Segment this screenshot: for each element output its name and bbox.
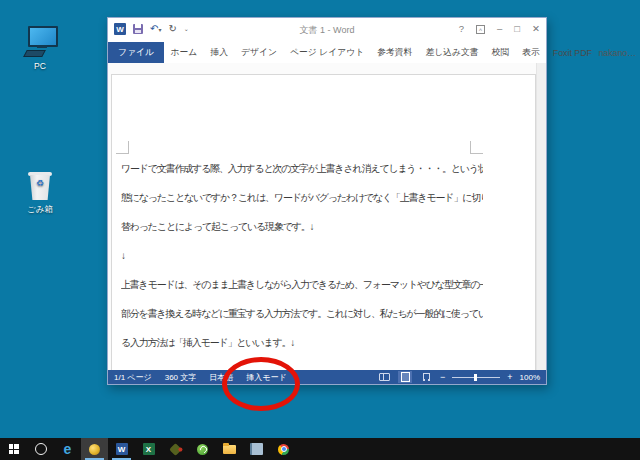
word-window: W ↶▾ ↻ ⌄ 文書 1 - Word ? ˄ – □ ✕ ファイル ホーム … (107, 17, 547, 385)
status-left: 1/1 ページ 360 文字 日本語 挿入モード (114, 372, 287, 383)
tab-view[interactable]: 表示 (516, 42, 547, 63)
desktop-icon-pc[interactable]: PC (11, 12, 69, 71)
margin-crop-mark-right (470, 141, 483, 154)
close-button[interactable]: ✕ (532, 23, 540, 35)
document-line: 替わったことによって起こっている現象です。↓ (121, 212, 483, 241)
status-bar: 1/1 ページ 360 文字 日本語 挿入モード − + 100% (108, 370, 546, 384)
taskbar-chrome[interactable] (270, 438, 297, 460)
page-icon (401, 372, 410, 382)
status-right: − + 100% (377, 371, 540, 383)
zoom-slider-thumb[interactable] (474, 374, 477, 381)
document-line: ワードで文書作成する際、入力すると次の文字が上書きされ消えてしまう・・・。という… (121, 154, 483, 183)
zoom-out-button[interactable]: − (440, 373, 445, 382)
chrome-icon (278, 444, 289, 455)
zoom-level[interactable]: 100% (520, 373, 540, 382)
tab-file[interactable]: ファイル (108, 42, 164, 63)
taskbar-edge[interactable]: e (54, 438, 81, 460)
tab-insert[interactable]: 挿入 (204, 42, 235, 63)
desktop-icon-recycle-bin-label: ごみ箱 (11, 204, 69, 216)
word-count[interactable]: 360 文字 (165, 372, 197, 383)
document-page[interactable]: ワードで文書作成する際、入力すると次の文字が上書きされ消えてしまう・・・。という… (111, 74, 536, 370)
word-icon: W (116, 443, 128, 455)
document-line: る入力方法は「挿入モード」といいます。↓ (121, 328, 483, 357)
document-line: 上書きモードは、そのまま上書きしながら入力できるため、フォーマットやひな型文章の… (121, 270, 483, 299)
recycle-symbol-icon: ♻ (28, 179, 52, 188)
gold-app-icon (89, 444, 100, 455)
windows-logo-icon (9, 444, 19, 454)
excel-icon: X (143, 443, 155, 455)
help-button[interactable]: ? (459, 23, 464, 35)
tab-references[interactable]: 参考資料 (371, 42, 419, 63)
maximize-button[interactable]: □ (514, 23, 520, 35)
pc-icon (11, 12, 69, 58)
desktop-icon-pc-label: PC (11, 61, 69, 71)
ribbon-tab-row: ファイル ホーム 挿入 デザイン ページ レイアウト 参考資料 差し込み文書 校… (108, 42, 546, 63)
zoom-slider[interactable] (452, 377, 500, 378)
window-controls: ? ˄ – □ ✕ (459, 23, 540, 35)
taskbar-excel[interactable]: X (135, 438, 162, 460)
cortana-circle-icon (35, 443, 47, 455)
blue-app-icon (250, 443, 263, 455)
recycle-bin-icon: ♻ (11, 155, 69, 201)
tab-foxit-pdf[interactable]: Foxit PDF (546, 42, 598, 63)
document-line: ↓ (121, 241, 483, 270)
document-line: 部分を書き換える時などに重宝する入力方法です。これに対し、私たちが一般的に使って… (121, 299, 483, 328)
app-icon-1 (169, 443, 182, 456)
taskbar-app-1[interactable] (162, 438, 189, 460)
start-button[interactable] (0, 438, 27, 460)
taskbar-app-2[interactable] (189, 438, 216, 460)
title-bar: W ↶▾ ↻ ⌄ 文書 1 - Word ? ˄ – □ ✕ (108, 18, 546, 42)
language-indicator[interactable]: 日本語 (209, 372, 233, 383)
taskbar-app-3[interactable] (243, 438, 270, 460)
tab-page-layout[interactable]: ページ レイアウト (283, 42, 370, 63)
edge-icon: e (64, 442, 72, 456)
document-area: ワードで文書作成する際、入力すると次の文字が上書きされ消えてしまう・・・。という… (108, 63, 546, 370)
folder-icon (223, 445, 236, 454)
document-line: 態になったことないですか？これは、ワードがバグったわけでなく「上書きモード」に切… (121, 183, 483, 212)
minimize-button[interactable]: – (497, 23, 502, 35)
tab-review[interactable]: 校閲 (485, 42, 516, 63)
cortana-button[interactable] (27, 438, 54, 460)
desktop-icon-recycle-bin[interactable]: ♻ ごみ箱 (11, 155, 69, 216)
ribbon-display-options-button[interactable]: ˄ (476, 25, 485, 34)
insert-mode-indicator[interactable]: 挿入モード (246, 372, 286, 383)
book-icon (379, 373, 390, 381)
tab-design[interactable]: デザイン (234, 42, 283, 63)
web-layout-button[interactable] (419, 371, 433, 383)
document-text[interactable]: ワードで文書作成する際、入力すると次の文字が上書きされ消えてしまう・・・。という… (121, 154, 483, 357)
account-area: nakano… ▾ (598, 42, 640, 63)
page-count[interactable]: 1/1 ページ (114, 372, 152, 383)
scrollbar-track[interactable] (536, 63, 546, 370)
zoom-in-button[interactable]: + (507, 373, 512, 382)
taskbar-active-app[interactable] (81, 438, 108, 460)
taskbar-word[interactable]: W (108, 438, 135, 460)
tab-mailings[interactable]: 差し込み文書 (419, 42, 485, 63)
tab-home[interactable]: ホーム (164, 42, 204, 63)
read-mode-button[interactable] (377, 371, 391, 383)
web-page-icon (423, 373, 430, 381)
green-app-icon (197, 444, 208, 455)
margin-crop-mark-left (116, 141, 129, 154)
account-name[interactable]: nakano… (598, 48, 636, 58)
taskbar-file-explorer[interactable] (216, 438, 243, 460)
print-layout-button[interactable] (398, 371, 412, 383)
taskbar: e W X (0, 438, 640, 460)
